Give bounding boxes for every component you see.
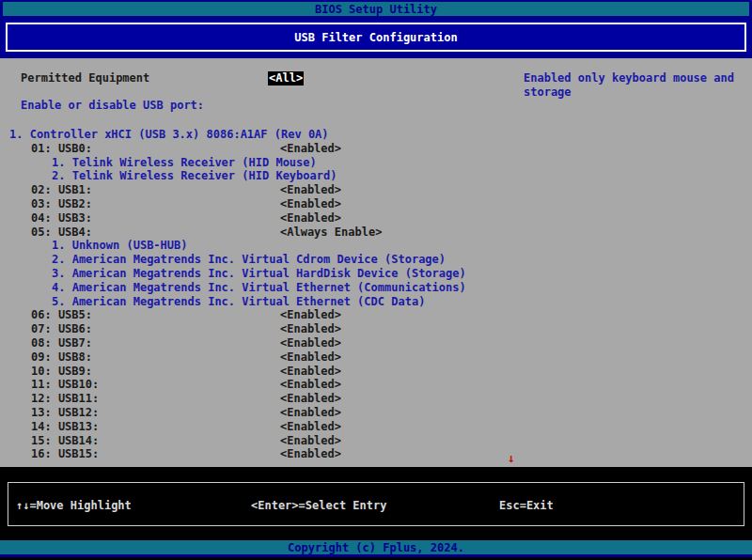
row-value[interactable]: <Enabled>	[280, 365, 341, 379]
row-value[interactable]: <Enabled>	[280, 308, 341, 322]
usb-port-row[interactable]: 13: USB12:<Enabled>	[0, 406, 752, 420]
device-row: 5. American Megatrends Inc. Virtual Ethe…	[0, 295, 752, 309]
section-label: Enable or disable USB port:	[21, 99, 204, 113]
row-label: 07: USB6:	[31, 322, 92, 336]
row-label: 14: USB13:	[31, 420, 99, 434]
row-label: 15: USB14:	[31, 434, 99, 448]
row-value[interactable]: <Enabled>	[280, 447, 341, 461]
device-row: 2. Telink Wireless Receiver (HID Keyboar…	[0, 169, 752, 183]
device-row: 4. American Megatrends Inc. Virtual Ethe…	[0, 281, 752, 295]
usb-port-row[interactable]: 01: USB0:<Enabled>	[0, 142, 752, 156]
row-label: 11: USB10:	[31, 378, 99, 392]
row-label: 10: USB9:	[31, 365, 92, 379]
row-value[interactable]: <Enabled>	[280, 336, 341, 350]
row-value[interactable]: <Always Enable>	[280, 226, 382, 240]
row-label: 2. Telink Wireless Receiver (HID Keyboar…	[52, 169, 337, 183]
usb-port-row[interactable]: 14: USB13:<Enabled>	[0, 420, 752, 434]
device-row: 3. American Megatrends Inc. Virtual Hard…	[0, 267, 752, 281]
row-label: 16: USB15:	[31, 447, 99, 461]
page-title-border: USB Filter Configuration	[6, 23, 746, 52]
row-value[interactable]: <Enabled>	[280, 378, 341, 392]
row-value[interactable]: <Enabled>	[280, 392, 341, 406]
row-label: 04: USB3:	[31, 211, 92, 226]
row-label: 12: USB11:	[31, 392, 99, 406]
row-value[interactable]: <Enabled>	[280, 434, 341, 448]
usb-port-list: 1. Controller xHCI (USB 3.x) 8086:A1AF (…	[0, 128, 752, 461]
usb-port-row[interactable]: 02: USB1:<Enabled>	[0, 183, 752, 197]
row-label: 5. American Megatrends Inc. Virtual Ethe…	[52, 295, 425, 309]
row-label: 08: USB7:	[31, 336, 92, 350]
permitted-equipment-label: Permitted Equipment	[21, 71, 149, 86]
row-label: 3. American Megatrends Inc. Virtual Hard…	[52, 267, 466, 281]
row-label: 02: USB1:	[31, 183, 92, 197]
hint-exit: Esc=Exit	[499, 499, 554, 512]
key-hints-box: ↑↓=Move Highlight <Enter>=Select Entry E…	[8, 482, 744, 526]
row-value[interactable]: <Enabled>	[280, 197, 341, 211]
scroll-down-arrow-icon[interactable]: ↓	[508, 452, 515, 464]
row-label: 13: USB12:	[31, 406, 99, 420]
usb-port-row[interactable]: 06: USB5:<Enabled>	[0, 308, 752, 322]
row-label: 1. Controller xHCI (USB 3.x) 8086:A1AF (…	[9, 128, 329, 142]
usb-port-row[interactable]: 04: USB3:<Enabled>	[0, 211, 752, 226]
device-row: 1. Telink Wireless Receiver (HID Mouse)	[0, 156, 752, 170]
row-label: 01: USB0:	[31, 142, 92, 156]
device-row: 1. Unknown (USB-HUB)	[0, 239, 752, 253]
page-title: USB Filter Configuration	[294, 31, 457, 44]
page-title-bar: USB Filter Configuration	[3, 20, 749, 54]
item-help-text: Enabled only keyboard mouse and storage	[524, 71, 745, 100]
row-label: 1. Unknown (USB-HUB)	[52, 239, 188, 253]
row-label: 4. American Megatrends Inc. Virtual Ethe…	[52, 281, 466, 295]
hint-move-highlight: ↑↓=Move Highlight	[16, 499, 132, 512]
usb-port-row[interactable]: 03: USB2:<Enabled>	[0, 197, 752, 211]
usb-port-row[interactable]: 10: USB9:<Enabled>	[0, 365, 752, 379]
usb-port-row[interactable]: 15: USB14:<Enabled>	[0, 434, 752, 448]
row-value[interactable]: <Enabled>	[280, 406, 341, 420]
usb-port-row[interactable]: 16: USB15:<Enabled>	[0, 447, 752, 461]
permitted-equipment-value[interactable]: <All>	[268, 71, 304, 86]
row-label: 09: USB8:	[31, 350, 92, 365]
copyright-text: Copyright (c) Fplus, 2024.	[288, 541, 464, 554]
usb-port-row[interactable]: 07: USB6:<Enabled>	[0, 322, 752, 336]
app-title-bar: BIOS Setup Utility	[3, 2, 749, 16]
row-value[interactable]: <Enabled>	[280, 420, 341, 434]
key-hints-bar: ↑↓=Move Highlight <Enter>=Select Entry E…	[0, 467, 752, 540]
usb-port-row[interactable]: 08: USB7:<Enabled>	[0, 336, 752, 350]
usb-port-row[interactable]: 12: USB11:<Enabled>	[0, 392, 752, 406]
usb-port-row[interactable]: 05: USB4:<Always Enable>	[0, 226, 752, 240]
header: BIOS Setup Utility USB Filter Configurat…	[0, 0, 752, 58]
row-value[interactable]: <Enabled>	[280, 142, 341, 156]
app-title: BIOS Setup Utility	[315, 3, 437, 16]
device-row: 2. American Megatrends Inc. Virtual Cdro…	[0, 253, 752, 267]
row-value[interactable]: <Enabled>	[280, 183, 341, 197]
row-value[interactable]: <Enabled>	[280, 322, 341, 336]
row-value[interactable]: <Enabled>	[280, 350, 341, 365]
main-panel: Permitted Equipment <All> Enabled only k…	[0, 58, 752, 467]
copyright-bar: Copyright (c) Fplus, 2024.	[0, 540, 752, 557]
row-label: 2. American Megatrends Inc. Virtual Cdro…	[52, 253, 446, 267]
row-value[interactable]: <Enabled>	[280, 211, 341, 226]
row-label: 03: USB2:	[31, 197, 92, 211]
usb-port-row[interactable]: 11: USB10:<Enabled>	[0, 378, 752, 392]
row-label: 1. Telink Wireless Receiver (HID Mouse)	[52, 156, 317, 170]
row-label: 05: USB4:	[31, 226, 92, 240]
controller-row: 1. Controller xHCI (USB 3.x) 8086:A1AF (…	[0, 128, 752, 142]
hint-select-entry: <Enter>=Select Entry	[251, 499, 387, 512]
usb-port-row[interactable]: 09: USB8:<Enabled>	[0, 350, 752, 365]
row-label: 06: USB5:	[31, 308, 92, 322]
